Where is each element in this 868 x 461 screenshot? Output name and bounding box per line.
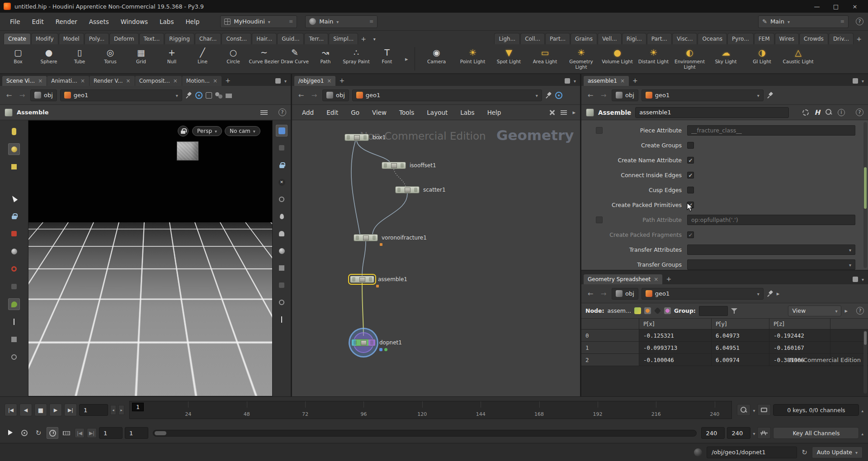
follow-selection-icon[interactable]: [195, 92, 203, 99]
plane-view-icon[interactable]: [226, 94, 232, 98]
pane-menu-icon[interactable]: [862, 77, 864, 84]
shelf-tab[interactable]: Part...: [545, 33, 570, 44]
node-name-field[interactable]: assemble1: [635, 107, 789, 118]
shelf-tool[interactable]: ☀ Geometry Light: [563, 45, 599, 72]
pane-tab[interactable]: Animati...: [47, 76, 89, 86]
param-checkbox[interactable]: [687, 187, 694, 193]
param-text-field[interactable]: __fracture_class__: [687, 125, 855, 136]
scene-viewport[interactable]: Persp No cam yz Non-Commercial Edition y…: [28, 120, 273, 396]
shelf-tab[interactable]: Simpl...: [329, 33, 358, 44]
pane-menu-icon[interactable]: [574, 77, 576, 84]
close-icon[interactable]: [327, 78, 331, 84]
menu-item[interactable]: Edit: [27, 15, 49, 28]
menu-item[interactable]: Render: [50, 15, 83, 28]
frame-increment-button[interactable]: [118, 405, 124, 415]
node-wire[interactable]: [351, 141, 360, 234]
view-layout-icon[interactable]: [276, 125, 288, 136]
shelf-tool[interactable]: ▢ Box: [3, 45, 33, 72]
shelf-tab[interactable]: Visc...: [672, 33, 698, 44]
shelf-tool[interactable]: ◎ Torus: [95, 45, 126, 72]
nav-forward-button[interactable]: [17, 90, 27, 100]
selection-mask-icon[interactable]: [276, 176, 288, 188]
node-label[interactable]: scatter1: [423, 187, 446, 193]
breadcrumb-root[interactable]: obj: [322, 89, 349, 101]
box-geometry-object[interactable]: [177, 141, 198, 160]
add-shelf-tab-button[interactable]: [359, 35, 368, 43]
shelf-tab[interactable]: Terr...: [304, 33, 328, 44]
animation-options-button[interactable]: [757, 427, 771, 439]
menu-item[interactable]: Labs: [154, 15, 179, 28]
pin-icon[interactable]: [767, 92, 774, 99]
menu-item[interactable]: Tools: [394, 106, 420, 119]
breadcrumb-root[interactable]: obj: [612, 288, 638, 300]
network-node[interactable]: [354, 234, 378, 241]
snap-tool-icon[interactable]: [8, 334, 20, 345]
shelf-tool[interactable]: + Null: [156, 45, 187, 72]
loop-mode-icon[interactable]: [33, 427, 44, 439]
close-button[interactable]: ×: [845, 0, 864, 12]
points-class-icon[interactable]: [634, 307, 641, 314]
shelf-tool[interactable]: ◑ GI Light: [744, 45, 780, 72]
shelf-tab[interactable]: Create: [4, 33, 31, 44]
timeline-ruler[interactable]: 1 24487296120144168192216240: [129, 401, 732, 419]
nav-forward-button[interactable]: [599, 289, 609, 299]
shelf-tool[interactable]: T Font: [372, 45, 402, 72]
parameter-scrollbar[interactable]: [863, 122, 867, 268]
shelf-tab[interactable]: Poly...: [85, 33, 109, 44]
geometry-display-icon[interactable]: [276, 262, 288, 274]
stop-button[interactable]: [34, 404, 47, 416]
keys-info-field[interactable]: 0 keys, 0/0 channels: [773, 404, 859, 416]
shelf-tool[interactable]: ↝ Path: [310, 45, 341, 72]
network-node[interactable]: [351, 339, 376, 346]
tick-display-icon[interactable]: [61, 427, 72, 439]
current-frame-field[interactable]: 1: [79, 404, 108, 416]
filter-icon[interactable]: [731, 308, 737, 314]
param-checkbox[interactable]: [687, 202, 694, 208]
add-pane-tab-button[interactable]: [338, 76, 346, 85]
chevron-down-icon[interactable]: [753, 430, 755, 437]
jump-to-end-button[interactable]: [64, 404, 77, 416]
shelf-overflow-arrow[interactable]: [405, 56, 408, 62]
param-checkbox[interactable]: [687, 142, 694, 149]
network-canvas[interactable]: Non-Commercial Edition Geometry box1isoo…: [292, 120, 580, 396]
shelf-tool[interactable]: ▭ Area Light: [527, 45, 563, 72]
follow-selection-icon[interactable]: [555, 92, 562, 99]
pin-icon[interactable]: [767, 290, 774, 297]
shelf-set-dropdown[interactable]: Main: [758, 15, 849, 28]
param-checkbox[interactable]: [687, 157, 694, 164]
play-button[interactable]: [49, 404, 62, 416]
network-overflow-arrow[interactable]: [572, 109, 576, 116]
select-tool-icon[interactable]: [8, 193, 20, 204]
desktop-dropdown[interactable]: Main: [305, 15, 377, 28]
shelf-tab[interactable]: Deform: [109, 33, 139, 44]
menu-item[interactable]: File: [5, 15, 26, 28]
sheet-row[interactable]: 0-0.1253216.04973-0.192442: [581, 329, 868, 342]
sphere-display-icon[interactable]: [8, 143, 20, 155]
param-enable-checkbox[interactable]: [596, 127, 603, 134]
overflow-arrow[interactable]: [844, 307, 848, 314]
close-icon[interactable]: [80, 78, 85, 84]
realtime-toggle-icon[interactable]: [47, 427, 58, 439]
shelf-tab[interactable]: Modify: [31, 33, 58, 44]
nav-back-button[interactable]: [4, 90, 14, 100]
node-label[interactable]: assemble1: [378, 276, 407, 282]
breadcrumb-node[interactable]: geo1: [352, 89, 542, 101]
tube-display-icon[interactable]: [8, 126, 20, 137]
shelf-tool[interactable]: ∴ Spray Paint: [341, 45, 372, 72]
menu-item[interactable]: Labs: [455, 106, 480, 119]
shelf-tool[interactable]: ☁ Sky Light: [708, 45, 744, 72]
shelf-tool[interactable]: ◐ Environment Light: [672, 45, 708, 72]
help-icon[interactable]: [856, 307, 864, 315]
points-display-icon[interactable]: [276, 245, 288, 257]
material-view-icon[interactable]: [215, 92, 222, 99]
drag-grip-icon[interactable]: [840, 19, 844, 24]
network-tools-icon[interactable]: [549, 109, 555, 116]
detail-class-icon[interactable]: [664, 307, 671, 314]
current-node-path[interactable]: /obj/geo1/dopnet1: [707, 447, 797, 458]
shading-mode-icon[interactable]: [276, 279, 288, 291]
character-display-icon[interactable]: [276, 228, 288, 240]
shelf-tab[interactable]: Crowds: [799, 33, 828, 44]
shelf-tab[interactable]: Vell...: [598, 33, 622, 44]
index-column-header[interactable]: [581, 319, 639, 329]
visibility-icon[interactable]: [276, 193, 288, 205]
